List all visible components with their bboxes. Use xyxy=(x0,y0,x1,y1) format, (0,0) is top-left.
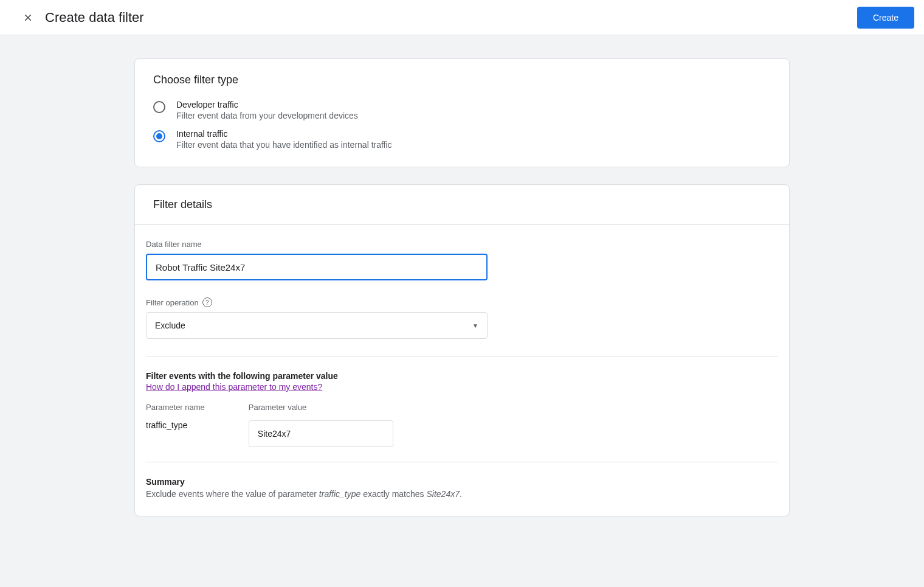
summary-suffix: . xyxy=(460,489,462,499)
param-value-col: Parameter value xyxy=(249,403,393,447)
radio-label-group: Developer traffic Filter event data from… xyxy=(176,100,358,120)
summary-heading: Summary xyxy=(146,477,778,487)
radio-title: Developer traffic xyxy=(176,100,358,109)
dialog-header: Create data filter Create xyxy=(0,0,924,35)
radio-desc: Filter event data that you have identifi… xyxy=(176,140,392,150)
radio-developer-traffic[interactable]: Developer traffic Filter event data from… xyxy=(153,100,771,120)
header-left: Create data filter xyxy=(22,10,144,26)
summary-section: Summary Exclude events where the value o… xyxy=(146,477,778,499)
name-field-label: Data filter name xyxy=(146,240,778,249)
dialog-title: Create data filter xyxy=(45,10,144,26)
operation-field-label: Filter operation ? xyxy=(146,297,778,307)
parameter-row: Parameter name traffic_type Parameter va… xyxy=(146,403,778,447)
operation-field-block: Filter operation ? Exclude ▼ xyxy=(146,297,778,339)
divider xyxy=(146,462,778,462)
summary-mid: exactly matches xyxy=(360,489,426,499)
summary-val: Site24x7 xyxy=(426,489,459,499)
chevron-down-icon: ▼ xyxy=(472,322,478,329)
name-field-block: Data filter name xyxy=(146,240,778,280)
filter-details-heading: Filter details xyxy=(153,198,771,211)
radio-desc: Filter event data from your development … xyxy=(176,111,358,120)
filter-events-heading: Filter events with the following paramet… xyxy=(146,371,778,381)
radio-internal-traffic[interactable]: Internal traffic Filter event data that … xyxy=(153,129,771,150)
operation-select-wrap: Exclude ▼ xyxy=(146,312,488,339)
operation-label-text: Filter operation xyxy=(146,298,199,307)
filter-details-card: Filter details Data filter name Filter o… xyxy=(134,184,790,516)
radio-title: Internal traffic xyxy=(176,129,392,139)
summary-prefix: Exclude events where the value of parame… xyxy=(146,489,319,499)
filter-operation-select[interactable]: Exclude ▼ xyxy=(146,312,488,339)
radio-icon xyxy=(153,130,165,142)
param-name-value: traffic_type xyxy=(146,420,205,430)
filter-events-section: Filter events with the following paramet… xyxy=(146,371,778,447)
close-icon[interactable] xyxy=(22,12,34,24)
param-name-label: Parameter name xyxy=(146,403,205,412)
select-value: Exclude xyxy=(155,321,185,330)
param-value-label: Parameter value xyxy=(249,403,393,412)
append-parameter-help-link[interactable]: How do I append this parameter to my eve… xyxy=(146,382,322,392)
parameter-value-input[interactable] xyxy=(249,420,393,447)
param-name-col: Parameter name traffic_type xyxy=(146,403,205,430)
content-area: Choose filter type Developer traffic Fil… xyxy=(134,58,790,558)
summary-param: traffic_type xyxy=(319,489,360,499)
help-icon[interactable]: ? xyxy=(202,297,212,307)
filter-details-header: Filter details xyxy=(135,185,789,225)
radio-label-group: Internal traffic Filter event data that … xyxy=(176,129,392,150)
divider xyxy=(146,356,778,356)
filter-details-body: Data filter name Filter operation ? Excl… xyxy=(135,225,789,516)
filter-type-heading: Choose filter type xyxy=(153,74,771,86)
summary-text: Exclude events where the value of parame… xyxy=(146,489,778,499)
create-button[interactable]: Create xyxy=(857,7,914,29)
radio-icon xyxy=(153,101,165,113)
data-filter-name-input[interactable] xyxy=(146,254,488,280)
filter-type-card: Choose filter type Developer traffic Fil… xyxy=(134,58,790,167)
